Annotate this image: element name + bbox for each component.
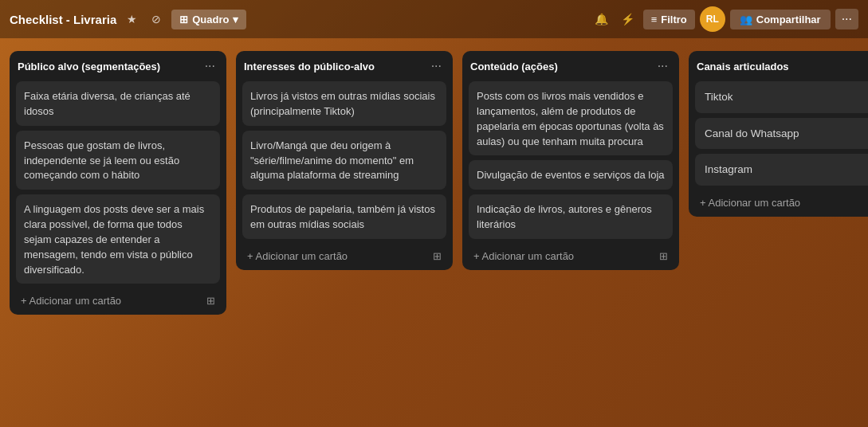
- view-label: Quadro: [192, 14, 229, 25]
- column-title-col1: Público alvo (segmentações): [18, 61, 160, 72]
- column-title-col3: Conteúdo (ações): [470, 61, 558, 72]
- grid-icon: ⊞: [179, 14, 188, 25]
- share-label: Compartilhar: [756, 14, 821, 25]
- view-toggle-button[interactable]: ⊞ Quadro ▾: [171, 10, 246, 29]
- column-menu-button-col1[interactable]: ···: [202, 59, 218, 73]
- chevron-down-icon: ▾: [233, 14, 238, 25]
- filter-button[interactable]: ≡ Filtro: [643, 10, 695, 29]
- header-right-actions: 🔔 ⚡ ≡ Filtro RL 👥 Compartilhar ···: [591, 6, 858, 32]
- add-card-button-col2[interactable]: + Adicionar um cartão: [244, 247, 351, 265]
- column-col2: Interesses do público-alvo···Livros já v…: [236, 51, 453, 270]
- column-col1: Público alvo (segmentações)···Faixa etár…: [10, 51, 226, 315]
- card-col2-1[interactable]: Livro/Mangá que deu origem à "série/film…: [242, 131, 446, 190]
- card-col4-1[interactable]: Canal do Whatsapp: [695, 118, 868, 150]
- add-card-row-col3: + Adicionar um cartão⊞: [469, 244, 673, 265]
- add-card-button-col4[interactable]: + Adicionar um cartão: [697, 194, 803, 212]
- star-button[interactable]: ★: [123, 10, 141, 29]
- template-button-col2[interactable]: ⊞: [430, 247, 445, 265]
- board-title: Checklist - Livraria: [10, 13, 116, 26]
- avatar-initials: RL: [706, 14, 719, 25]
- column-title-col2: Interesses do público-alvo: [244, 61, 375, 72]
- add-card-row-col1: + Adicionar um cartão⊞: [16, 288, 220, 310]
- share-icon: 👥: [740, 14, 752, 25]
- card-col1-1[interactable]: Pessoas que gostam de livros, independen…: [16, 131, 220, 190]
- card-col3-2[interactable]: Indicação de livros, autores e gêneros l…: [469, 194, 673, 239]
- app-header: Checklist - Livraria ★ ⊘ ⊞ Quadro ▾ 🔔 ⚡ …: [0, 0, 868, 38]
- column-header-col3: Conteúdo (ações)···: [469, 57, 673, 76]
- card-col2-0[interactable]: Livros já vistos em outras mídias sociai…: [242, 81, 446, 126]
- notifications-button[interactable]: 🔔: [591, 10, 612, 29]
- add-card-row-col2: + Adicionar um cartão⊞: [242, 244, 446, 265]
- template-button-col3[interactable]: ⊞: [656, 247, 671, 265]
- column-col3: Conteúdo (ações)···Posts com os livros m…: [462, 51, 679, 270]
- template-button-col1[interactable]: ⊞: [203, 292, 218, 310]
- add-card-button-col1[interactable]: + Adicionar um cartão: [18, 292, 124, 310]
- card-col3-1[interactable]: Divulgação de eventos e serviços da loja: [469, 160, 673, 190]
- card-col1-2[interactable]: A linguagem dos posts deve ser a mais cl…: [16, 194, 220, 284]
- lightning-button[interactable]: ⚡: [617, 10, 638, 29]
- column-header-col2: Interesses do público-alvo···: [242, 57, 446, 76]
- column-header-col1: Público alvo (segmentações)···: [16, 57, 220, 76]
- more-options-button[interactable]: ···: [835, 9, 858, 29]
- column-menu-button-col3[interactable]: ···: [654, 59, 671, 73]
- card-col1-0[interactable]: Faixa etária diversa, de crianças até id…: [16, 81, 220, 126]
- share-button[interactable]: 👥 Compartilhar: [730, 10, 831, 29]
- column-menu-button-col2[interactable]: ···: [428, 59, 445, 73]
- board: Público alvo (segmentações)···Faixa etár…: [0, 38, 868, 427]
- column-col4: Canais articulados···TiktokCanal do What…: [689, 51, 868, 217]
- filter-label: Filtro: [661, 14, 687, 25]
- avatar[interactable]: RL: [700, 6, 725, 32]
- share-workspace-button[interactable]: ⊘: [147, 10, 165, 29]
- card-col2-2[interactable]: Produtos de papelaria, também já vistos …: [242, 194, 446, 239]
- card-col4-2[interactable]: Instagram: [695, 154, 868, 186]
- filter-icon: ≡: [651, 14, 658, 25]
- column-title-col4: Canais articulados: [697, 61, 789, 72]
- column-header-col4: Canais articulados···: [695, 57, 868, 76]
- card-col4-0[interactable]: Tiktok: [695, 81, 868, 113]
- add-card-button-col3[interactable]: + Adicionar um cartão: [470, 247, 577, 265]
- add-card-row-col4: + Adicionar um cartão⊞: [695, 190, 868, 212]
- card-col3-0[interactable]: Posts com os livros mais vendidos e lanç…: [469, 81, 673, 155]
